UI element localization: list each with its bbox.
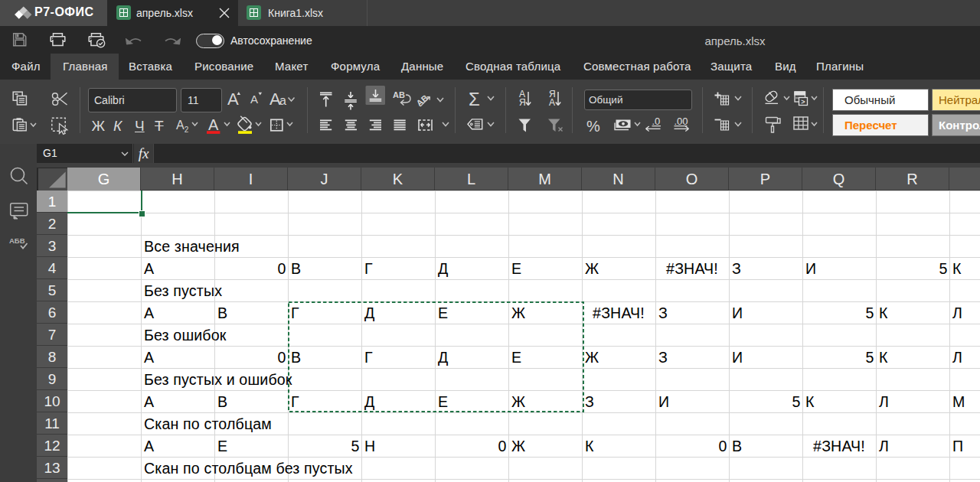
svg-text:AB: AB xyxy=(393,90,405,99)
svg-text:A: A xyxy=(227,90,239,109)
svg-text:A: A xyxy=(250,93,258,106)
svg-text:Σ: Σ xyxy=(469,89,480,109)
svg-text:>: > xyxy=(801,98,805,106)
svg-text:AB: AB xyxy=(414,93,430,108)
svg-text:А: А xyxy=(549,97,555,108)
svg-text:Я: Я xyxy=(519,97,526,108)
svg-text:a: a xyxy=(279,94,286,107)
svg-text:АБВ: АБВ xyxy=(9,236,25,245)
svg-text:.0: .0 xyxy=(652,116,661,127)
svg-text:.00: .00 xyxy=(675,116,688,127)
svg-text:%: % xyxy=(586,118,600,135)
